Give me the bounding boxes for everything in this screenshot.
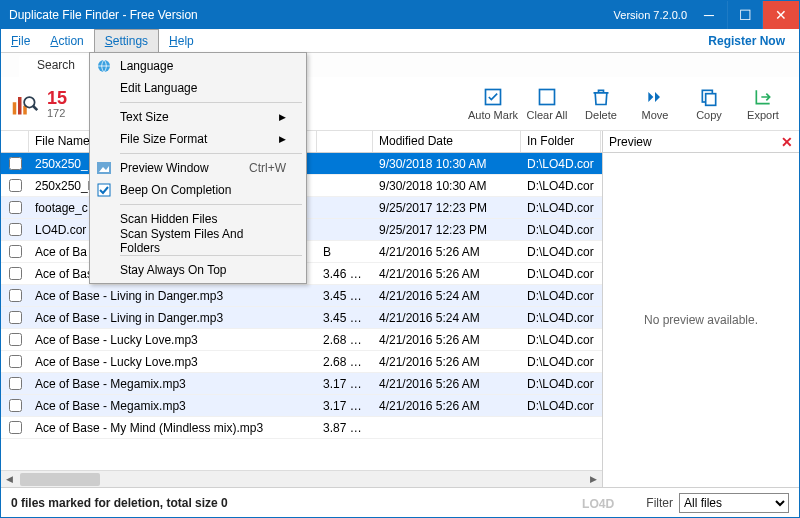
image-icon	[92, 157, 116, 179]
cell-folder: D:\LO4D.cor	[521, 223, 601, 237]
accelerator-text: Ctrl+W	[249, 161, 286, 175]
svg-rect-1	[18, 97, 22, 115]
cell-folder: D:\LO4D.cor	[521, 333, 601, 347]
register-link[interactable]: Register Now	[708, 29, 799, 52]
cell-name: Ace of Base - My Mind (Mindless mix).mp3	[29, 421, 317, 435]
horizontal-scrollbar[interactable]: ◀ ▶	[1, 470, 602, 487]
scroll-left-icon[interactable]: ◀	[1, 474, 18, 484]
delete-button[interactable]: Delete	[575, 81, 627, 127]
table-row[interactable]: Ace of Base - Lucky Love.mp32.68 MB4/21/…	[1, 351, 602, 373]
statusbar: 0 files marked for deletion, total size …	[1, 487, 799, 517]
checkbox-icon	[483, 87, 503, 107]
square-icon	[537, 87, 557, 107]
tab-search[interactable]: Search	[19, 55, 93, 77]
row-checkbox[interactable]	[1, 245, 29, 258]
row-checkbox[interactable]	[1, 421, 29, 434]
filter-select[interactable]: All files	[679, 493, 789, 513]
cell-size: 3.17 MB	[317, 399, 373, 413]
column-folder[interactable]: In Folder	[521, 131, 601, 152]
svg-line-4	[33, 105, 37, 109]
svg-rect-13	[98, 184, 110, 196]
svg-rect-6	[540, 89, 555, 104]
row-checkbox[interactable]	[1, 201, 29, 214]
svg-rect-0	[13, 102, 17, 114]
menu-settings[interactable]: Settings	[94, 29, 159, 52]
column-date[interactable]: Modified Date	[373, 131, 521, 152]
cell-date: 9/25/2017 12:23 PM	[373, 201, 521, 215]
cell-date: 4/21/2016 5:26 AM	[373, 355, 521, 369]
export-button[interactable]: Export	[737, 81, 789, 127]
move-button[interactable]: Move	[629, 81, 681, 127]
cell-folder: D:\LO4D.cor	[521, 289, 601, 303]
menu-file[interactable]: File	[1, 29, 40, 52]
row-checkbox[interactable]	[1, 355, 29, 368]
row-checkbox[interactable]	[1, 157, 29, 170]
cell-size: 3.87 MB	[317, 421, 373, 435]
preview-title: Preview	[609, 135, 652, 149]
close-preview-button[interactable]: ✕	[781, 134, 793, 150]
globe-icon	[92, 55, 116, 77]
scroll-right-icon[interactable]: ▶	[585, 474, 602, 484]
svg-rect-8	[706, 93, 716, 105]
cell-folder: D:\LO4D.cor	[521, 355, 601, 369]
menu-scan-system[interactable]: Scan System Files And Folders	[92, 230, 304, 252]
column-size[interactable]	[317, 131, 373, 152]
version-text: Version 7.2.0.0	[614, 9, 687, 21]
cell-date: 4/21/2016 5:26 AM	[373, 245, 521, 259]
row-checkbox[interactable]	[1, 289, 29, 302]
scroll-thumb[interactable]	[20, 473, 100, 486]
table-row[interactable]: Ace of Base - Lucky Love.mp32.68 MB4/21/…	[1, 329, 602, 351]
minimize-button[interactable]: ─	[691, 1, 727, 29]
table-row[interactable]: Ace of Base - Living in Danger.mp33.45 M…	[1, 307, 602, 329]
lo4d-watermark-icon: LO4D	[582, 493, 638, 513]
cell-date: 4/21/2016 5:24 AM	[373, 311, 521, 325]
row-checkbox[interactable]	[1, 267, 29, 280]
chevron-right-icon: ▶	[279, 112, 286, 122]
table-row[interactable]: Ace of Base - Living in Danger.mp33.45 M…	[1, 285, 602, 307]
menu-help[interactable]: Help	[159, 29, 204, 52]
cell-date: 4/21/2016 5:26 AM	[373, 333, 521, 347]
cell-date: 9/30/2018 10:30 AM	[373, 179, 521, 193]
filter-label: Filter	[646, 496, 673, 510]
table-row[interactable]: Ace of Base - Megamix.mp33.17 MB4/21/201…	[1, 395, 602, 417]
cell-folder: D:\LO4D.cor	[521, 267, 601, 281]
cell-date: 4/21/2016 5:24 AM	[373, 289, 521, 303]
cell-folder: D:\LO4D.cor	[521, 179, 601, 193]
menu-stay-on-top[interactable]: Stay Always On Top	[92, 259, 304, 281]
menu-file-size-format[interactable]: File Size Format ▶	[92, 128, 304, 150]
cell-size: 2.68 MB	[317, 355, 373, 369]
menu-edit-language[interactable]: Edit Language	[92, 77, 304, 99]
cell-date: 4/21/2016 5:26 AM	[373, 267, 521, 281]
move-icon	[645, 87, 665, 107]
row-checkbox[interactable]	[1, 399, 29, 412]
cell-size: B	[317, 245, 373, 259]
copy-button[interactable]: Copy	[683, 81, 735, 127]
close-button[interactable]: ✕	[763, 1, 799, 29]
column-checkbox[interactable]	[1, 131, 29, 152]
row-checkbox[interactable]	[1, 179, 29, 192]
table-row[interactable]: Ace of Base - My Mind (Mindless mix).mp3…	[1, 417, 602, 439]
clear-all-button[interactable]: Clear All	[521, 81, 573, 127]
row-checkbox[interactable]	[1, 377, 29, 390]
table-row[interactable]: Ace of Base - Megamix.mp33.17 MB4/21/201…	[1, 373, 602, 395]
cell-size: 3.45 MB	[317, 289, 373, 303]
menu-beep[interactable]: Beep On Completion	[92, 179, 304, 201]
row-checkbox[interactable]	[1, 311, 29, 324]
menu-preview-window[interactable]: Preview Window Ctrl+W	[92, 157, 304, 179]
svg-text:LO4D: LO4D	[582, 496, 615, 510]
preview-pane: Preview ✕ No preview available.	[603, 131, 799, 487]
row-checkbox[interactable]	[1, 333, 29, 346]
maximize-button[interactable]: ☐	[727, 1, 763, 29]
cell-name: Ace of Base - Megamix.mp3	[29, 399, 317, 413]
titlebar: Duplicate File Finder - Free Version Ver…	[1, 1, 799, 29]
cell-size: 3.45 MB	[317, 311, 373, 325]
row-checkbox[interactable]	[1, 223, 29, 236]
trash-icon	[591, 87, 611, 107]
menu-text-size[interactable]: Text Size ▶	[92, 106, 304, 128]
menu-action[interactable]: Action	[40, 29, 93, 52]
cell-folder: D:\LO4D.cor	[521, 157, 601, 171]
preview-empty-text: No preview available.	[603, 153, 799, 487]
chart-search-icon	[11, 90, 39, 118]
menu-language[interactable]: Language	[92, 55, 304, 77]
auto-mark-button[interactable]: Auto Mark	[467, 81, 519, 127]
